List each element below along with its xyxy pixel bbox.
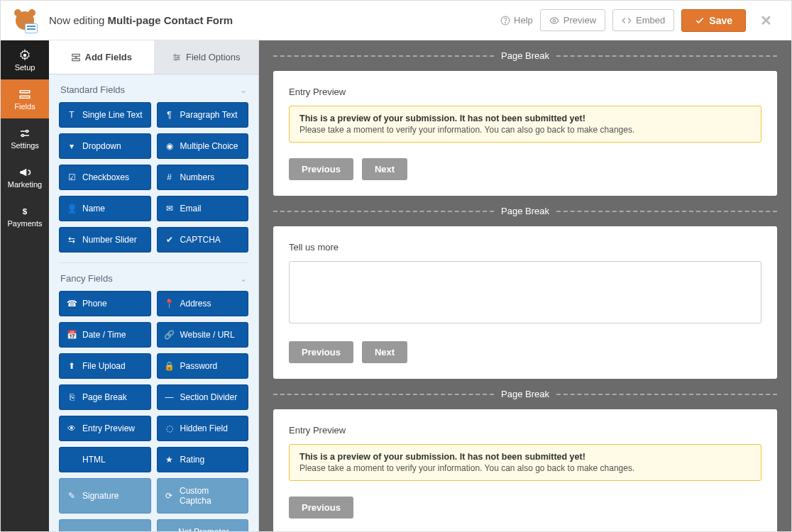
- topbar: Now editing Multi-page Contact Form Help…: [1, 1, 791, 40]
- group-header[interactable]: Fancy Fields⌄: [59, 263, 248, 291]
- field-type-icon: 📅: [67, 330, 77, 340]
- svg-point-2: [553, 19, 556, 22]
- page-break-divider[interactable]: Page Break: [273, 50, 777, 61]
- field-dropdown[interactable]: ▾Dropdown: [59, 133, 151, 159]
- nav-payments[interactable]: $ Payments: [1, 196, 49, 235]
- next-button[interactable]: Next: [362, 341, 407, 363]
- embed-button[interactable]: Embed: [612, 9, 674, 31]
- field-html[interactable]: HTML: [59, 447, 151, 472]
- field-paragraph-text[interactable]: ¶Paragraph Text: [157, 102, 249, 128]
- tab-add-fields[interactable]: Add Fields: [49, 40, 154, 74]
- sliders-icon: [18, 127, 31, 140]
- field-signature[interactable]: ✎Signature: [59, 478, 151, 514]
- field-type-icon: ☑: [67, 172, 77, 182]
- field-type-icon: ✔: [165, 235, 175, 245]
- field-website-url[interactable]: 🔗Website / URL: [157, 322, 249, 348]
- field-hidden-field[interactable]: ◌Hidden Field: [157, 416, 249, 441]
- nav-marketing[interactable]: Marketing: [1, 157, 49, 196]
- tell-us-more-textarea[interactable]: [289, 261, 761, 323]
- field-captcha[interactable]: ✔CAPTCHA: [157, 227, 249, 253]
- field-group: Fancy Fields⌄☎Phone📍Address📅Date / Time🔗…: [49, 262, 258, 531]
- field-phone[interactable]: ☎Phone: [59, 291, 151, 316]
- bullhorn-icon: [18, 166, 31, 179]
- svg-point-3: [23, 53, 27, 57]
- field-type-icon: ⟳: [165, 491, 174, 501]
- field-type-icon: T: [67, 110, 77, 120]
- field-multiple-choice[interactable]: ◉Multiple Choice: [157, 133, 249, 159]
- sidebar: Add Fields Field Options Standard Fields…: [49, 40, 259, 531]
- field-type-icon: 🔗: [165, 330, 175, 340]
- field-type-icon: 👤: [67, 204, 77, 214]
- next-button[interactable]: Next: [362, 158, 407, 180]
- page-break-divider[interactable]: Page Break: [273, 389, 777, 399]
- svg-rect-4: [20, 90, 30, 92]
- previous-button[interactable]: Previous: [289, 341, 353, 363]
- field-type-icon: —: [165, 392, 175, 402]
- field-type-icon: 📍: [165, 299, 175, 309]
- nav-settings[interactable]: Settings: [1, 118, 49, 157]
- help-icon: [500, 16, 510, 26]
- save-button[interactable]: Save: [681, 9, 746, 32]
- field-group: Standard Fields⌄TSingle Line Text¶Paragr…: [49, 74, 258, 253]
- entry-preview-notice: This is a preview of your submission. It…: [289, 444, 761, 481]
- field-type-icon: 🔒: [165, 361, 175, 371]
- field-numbers[interactable]: #Numbers: [157, 165, 249, 190]
- field-type-icon: #: [165, 172, 175, 182]
- field-rating[interactable]: ★Rating: [157, 447, 249, 472]
- field-type-icon: ★: [165, 455, 175, 465]
- options-icon: [172, 52, 182, 62]
- field-entry-preview[interactable]: 👁Entry Preview: [59, 416, 151, 441]
- chevron-down-icon: ⌄: [240, 85, 247, 95]
- field-type-icon: 👁: [67, 423, 77, 433]
- dollar-icon: $: [18, 205, 31, 218]
- svg-rect-10: [72, 58, 79, 60]
- page-card: Entry Preview This is a preview of your …: [273, 71, 777, 196]
- svg-text:$: $: [23, 206, 28, 216]
- group-header[interactable]: Standard Fields⌄: [59, 74, 248, 102]
- field-net-promoter-score[interactable]: ⊞Net Promoter Score: [157, 519, 249, 531]
- svg-point-11: [174, 54, 175, 55]
- tab-field-options[interactable]: Field Options: [154, 40, 259, 74]
- help-link[interactable]: Help: [500, 15, 533, 26]
- main-nav: Setup Fields Settings Marketing $ Paymen…: [1, 40, 49, 531]
- previous-button[interactable]: Previous: [289, 158, 353, 180]
- nav-fields[interactable]: Fields: [1, 79, 49, 118]
- close-icon[interactable]: ✕: [753, 12, 779, 29]
- app-logo[interactable]: [1, 1, 49, 40]
- add-icon: [71, 52, 81, 62]
- page-card: Tell us more Previous Next: [273, 226, 777, 379]
- fields-icon: [18, 88, 31, 101]
- field-type-icon: ¶: [165, 110, 175, 120]
- gear-icon: [18, 49, 31, 62]
- field-type-icon: ✉: [165, 204, 175, 214]
- page-break-divider[interactable]: Page Break: [273, 206, 777, 216]
- check-icon: [695, 16, 705, 26]
- field-label: Entry Preview: [289, 425, 761, 436]
- field-label: Entry Preview: [289, 87, 761, 97]
- field-password[interactable]: 🔒Password: [157, 353, 249, 379]
- form-canvas: Page Break Entry Preview This is a previ…: [259, 40, 791, 531]
- field-likert-scale[interactable]: ≡Likert Scale: [59, 519, 151, 531]
- field-address[interactable]: 📍Address: [157, 291, 249, 316]
- field-file-upload[interactable]: ⬆File Upload: [59, 353, 151, 379]
- svg-point-13: [175, 58, 177, 60]
- field-section-divider[interactable]: —Section Divider: [157, 384, 249, 410]
- field-type-icon: ◌: [165, 423, 175, 433]
- previous-button[interactable]: Previous: [289, 497, 353, 519]
- field-email[interactable]: ✉Email: [157, 196, 249, 221]
- preview-button[interactable]: Preview: [540, 9, 605, 31]
- field-number-slider[interactable]: ⇆Number Slider: [59, 227, 151, 253]
- field-date-time[interactable]: 📅Date / Time: [59, 322, 151, 348]
- svg-point-12: [177, 56, 179, 57]
- field-single-line-text[interactable]: TSingle Line Text: [59, 102, 151, 128]
- field-custom-captcha[interactable]: ⟳Custom Captcha: [157, 478, 249, 514]
- field-type-icon: ⎘: [67, 392, 77, 402]
- svg-point-7: [22, 134, 24, 136]
- field-type-icon: ◉: [165, 141, 175, 151]
- svg-point-1: [505, 22, 506, 23]
- field-checkboxes[interactable]: ☑Checkboxes: [59, 165, 151, 190]
- svg-point-6: [26, 130, 28, 132]
- nav-setup[interactable]: Setup: [1, 40, 49, 79]
- field-name[interactable]: 👤Name: [59, 196, 151, 221]
- field-page-break[interactable]: ⎘Page Break: [59, 384, 151, 410]
